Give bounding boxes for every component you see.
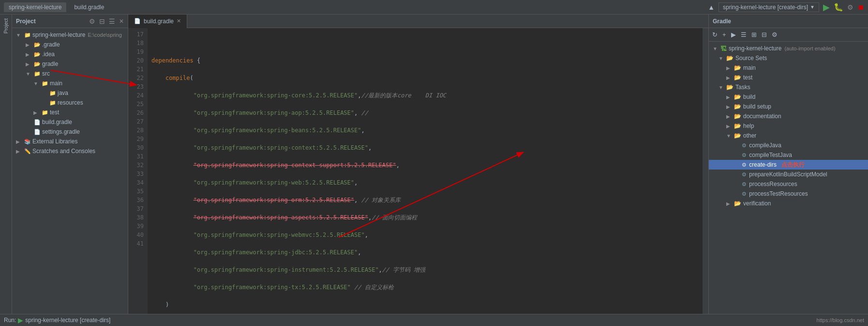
settings-gradle-icon: 📄 (33, 128, 41, 136)
gradle-process-test-resources[interactable]: ▶ ⚙ processTestResources (709, 189, 868, 199)
stop-button[interactable]: ⏹ (857, 4, 864, 11)
tree-expand-gradle2: ▶ (26, 62, 32, 67)
tree-item-root[interactable]: ▼ 📁 spring-kernel-lecture E:\code\spring (12, 30, 128, 40)
gradle-tasks-icon: 📂 (726, 84, 733, 91)
scratches-icon: ✏️ (24, 147, 31, 155)
tree-item-java[interactable]: ▶ 📁 java (12, 88, 128, 98)
code-line-26: "org.springframework:spring-orm:5.2.5.RE… (151, 196, 699, 204)
tree-item-build-gradle[interactable]: ▶ 📄 build.gradle (12, 117, 128, 127)
panel-title-label: Project (16, 18, 85, 25)
gradle-compile-test-java[interactable]: ▶ ⚙ compileTestJava (709, 150, 868, 160)
gradle-refresh-icon[interactable]: ↻ (711, 30, 719, 39)
editor-tabs: 📄 build.gradle ✕ (128, 15, 708, 28)
tree-label-settings-gradle: settings.gradle (42, 128, 80, 135)
tree-item-src[interactable]: ▼ 📁 src (12, 69, 128, 78)
gradle-task-verification[interactable]: ▶ 📂 verification (709, 199, 868, 208)
tree-item-gradle[interactable]: ▶ 📂 gradle (12, 59, 128, 69)
gradle-expand-icon[interactable]: ⊞ (750, 30, 758, 39)
run-tab[interactable]: Run: ▶ spring-kernel-lecture [create-dir… (4, 316, 110, 324)
debug-button[interactable]: 🐛 (834, 3, 843, 11)
gradle-root[interactable]: ▼ 🏗 spring-kernel-lecture (auto-import e… (709, 44, 868, 53)
gradle-prepare-kotlin[interactable]: ▶ ⚙ prepareKotlinBuildScriptModel (709, 170, 868, 179)
gradle-create-dirs-label: create-dirs (748, 161, 777, 168)
gradle-task-build[interactable]: ▶ 📂 build (709, 92, 868, 102)
code-editor[interactable]: dependencies { compile( "org.springframe… (148, 28, 703, 314)
project-panel: Project ⚙ ⊟ ☰ ✕ ▼ 📁 spring-kernel-lectur… (12, 15, 128, 314)
gradle-toggle-icon[interactable]: ☰ (739, 30, 748, 39)
gradle-root-icon: 🏗 (720, 45, 727, 52)
tree-label-gradle: gradle (42, 61, 58, 67)
tree-expand-idea: ▶ (26, 52, 32, 57)
gradle-process-test-resources-icon: ⚙ (742, 191, 747, 197)
main-icon: 📁 (41, 79, 49, 87)
tree-expand-scratches: ▶ (16, 149, 23, 154)
gradle-expand-build: ▶ (726, 94, 733, 100)
tab-close-icon[interactable]: ✕ (177, 18, 181, 24)
code-line-22: "org.springframework:spring-beans:5.2.5.… (151, 126, 699, 135)
dropdown-arrow-icon: ▼ (810, 4, 815, 10)
tab-icon-gradle: 📄 (134, 18, 141, 24)
tree-expand-ext-libs: ▶ (16, 139, 23, 144)
tree-label-main: main (50, 80, 62, 87)
gradle-settings-icon[interactable]: ⚙ (770, 30, 779, 39)
title-bar: spring-kernel-lecture build.gradle ▲ spr… (0, 0, 868, 15)
panel-options-icon[interactable]: ☰ (109, 17, 115, 25)
gradle-tree: ▼ 🏗 spring-kernel-lecture (auto-import e… (709, 42, 868, 314)
gradle-root-note: (auto-import enabled) (784, 46, 835, 51)
project-sidebar-icon[interactable]: Project (3, 16, 9, 35)
gradle-tasks[interactable]: ▼ 📂 Tasks (709, 82, 868, 92)
panel-close-icon[interactable]: ✕ (119, 18, 124, 25)
panel-collapse-icon[interactable]: ⊟ (99, 17, 105, 25)
gradle-create-dirs[interactable]: ▶ ⚙ create-dirs 点击执行 (709, 160, 868, 170)
tree-item-ext-libs[interactable]: ▶ 📚 External Libraries (12, 137, 128, 146)
gradle-compile-java[interactable]: ▶ ⚙ compileJava (709, 140, 868, 150)
code-line-25: "org.springframework:spring-web:5.2.5.RE… (151, 178, 699, 187)
gradle-process-test-resources-label: processTestResources (748, 190, 808, 197)
tree-item-resources[interactable]: ▶ 📁 resources (12, 98, 128, 108)
code-line-31: "org.springframework:spring-tx:5.2.5.REL… (151, 283, 699, 292)
gradle-task-build-setup[interactable]: ▶ 📂 build setup (709, 102, 868, 111)
gradle-execute-icon[interactable]: ▶ (730, 30, 737, 39)
bottom-url: https://blog.csdn.net (817, 317, 864, 323)
tree-item-idea[interactable]: ▶ 📂 .idea (12, 49, 128, 59)
gradle-documentation-icon: 📂 (734, 113, 741, 120)
gradle-source-sets[interactable]: ▼ 📂 Source Sets (709, 53, 868, 63)
gradle-task-documentation[interactable]: ▶ 📂 documentation (709, 111, 868, 121)
tree-item-gradle-dir[interactable]: ▶ 📂 .gradle (12, 40, 128, 49)
gradle-compile-test-java-label: compileTestJava (748, 152, 792, 158)
title-bar-right: ▲ spring-kernel-lecture [create-dirs] ▼ … (708, 2, 864, 12)
gradle-other-label: other (743, 132, 756, 139)
code-line-20: "org.springframework:spring-core:5.2.5.R… (151, 91, 699, 100)
gradle-expand-other: ▼ (726, 133, 733, 139)
gradle-main[interactable]: ▶ 📂 main (709, 63, 868, 73)
gradle-task-help[interactable]: ▶ 📂 help (709, 121, 868, 131)
gradle-build-setup-icon: 📂 (734, 103, 741, 110)
gradle-collapse-icon[interactable]: ⊟ (760, 30, 768, 39)
tree-item-settings-gradle[interactable]: ▶ 📄 settings.gradle (12, 127, 128, 137)
editor-scrollbar[interactable] (703, 28, 708, 314)
tree-item-scratches[interactable]: ▶ ✏️ Scratches and Consoles (12, 146, 128, 156)
gradle-process-resources-icon: ⚙ (742, 181, 747, 187)
tree-item-test[interactable]: ▶ 📁 test (12, 108, 128, 117)
tree-label-build-gradle: build.gradle (42, 119, 72, 125)
gradle-process-resources[interactable]: ▶ ⚙ processResources (709, 179, 868, 189)
project-tab[interactable]: spring-kernel-lecture (4, 2, 66, 12)
gradle-task-other[interactable]: ▼ 📂 other (709, 131, 868, 140)
editor-tab-build-gradle[interactable]: 📄 build.gradle ✕ (128, 15, 187, 28)
gradle-test[interactable]: ▶ 📂 test (709, 73, 868, 82)
vcs-update-icon[interactable]: ▲ (708, 3, 715, 11)
gradle-build-label: build (743, 93, 755, 100)
build-button[interactable]: ⚙ (847, 4, 853, 11)
run-button[interactable]: ▶ (823, 3, 830, 12)
gradle-compile-java-icon: ⚙ (742, 142, 747, 149)
gradle-add-icon[interactable]: + (721, 30, 728, 39)
tree-item-main[interactable]: ▼ 📁 main (12, 78, 128, 88)
idea-icon: 📂 (33, 50, 41, 58)
gradle-expand-help: ▶ (726, 124, 733, 129)
gradle-test-icon: 📂 (734, 74, 741, 81)
tree-label-ext-libs: External Libraries (32, 138, 77, 145)
panel-settings-icon[interactable]: ⚙ (89, 17, 95, 25)
file-tab[interactable]: build.gradle (69, 2, 109, 12)
run-config-dropdown[interactable]: spring-kernel-lecture [create-dirs] ▼ (718, 2, 819, 12)
gradle-expand-tasks: ▼ (718, 85, 725, 90)
